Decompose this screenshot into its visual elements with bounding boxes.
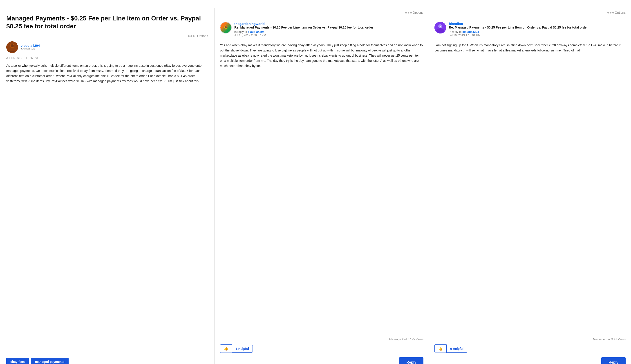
right-in-reply-label: in reply to [449,30,461,34]
dot-2 [190,35,192,37]
avatar [6,41,18,53]
right-avatar: ✿ [434,22,446,34]
mid-in-reply-to-link[interactable]: claudia4204 [248,30,264,34]
right-reply-body: I am not signing up for it. When it's ma… [434,43,625,334]
left-dots [188,35,194,37]
original-post-panel: Managed Payments - $0.25 Fee per Line It… [0,8,214,364]
mid-helpful-row: 👍 1 Helpful [220,344,423,353]
mid-reply-button[interactable]: Reply [399,357,423,364]
right-reply-header: ✿ blondbat Re: Managed Payments - $0.25 … [434,22,625,40]
avatar-icon [6,41,18,53]
thumbs-up-icon: 👍 [438,346,443,351]
svg-point-2 [11,44,14,48]
left-author-row: claudia4204 Adventurer [6,41,208,53]
right-options-label[interactable]: Options [615,11,625,14]
mid-in-reply-to: in reply to claudia4204 [234,30,373,34]
right-dots [607,12,614,14]
right-helpful-row: 👍 0 Helpful [434,344,625,353]
mid-reply-header: 🌻 thegardeningworld Re: Managed Payments… [220,22,423,40]
right-helpful-count[interactable]: 0 Helpful [447,345,467,352]
right-author-name[interactable]: blondbat [449,22,588,26]
in-reply-label: in reply to [234,30,247,34]
right-content: ✿ blondbat Re: Managed Payments - $0.25 … [429,17,631,364]
left-post-date: Jul 15, 2019 1:11:25 PM [6,56,208,60]
mid-options-label[interactable]: Options [413,11,423,14]
dot-2 [610,12,611,14]
main-layout: Managed Payments - $0.25 Fee per Line It… [0,8,631,364]
tag-ebay-fees[interactable]: ebay fees [6,358,29,364]
right-reply-date: Jul 16, 2019 1:10:01 PM [449,34,588,37]
purple-avatar-icon: ✿ [434,22,446,34]
tag-managed-payments[interactable]: managed payments [31,358,69,364]
left-author-role: Adventurer [21,48,40,51]
mid-options-row: Options [214,8,429,17]
mid-content: 🌻 thegardeningworld Re: Managed Payments… [214,17,429,364]
mid-author-name[interactable]: thegardeningworld [234,22,373,26]
dot-1 [607,12,609,14]
left-author-name[interactable]: claudia4204 [21,44,40,48]
reply-2-panel: Options ✿ blondbat Re: Managed Payments … [429,8,631,364]
mid-helpful-button[interactable]: 👍 [220,344,232,353]
left-options-row: Options [6,34,208,38]
left-post-body: As a seller who typically sells multiple… [6,63,208,84]
dot-3 [612,12,614,14]
thumbs-up-icon: 👍 [224,346,228,351]
right-helpful-button[interactable]: 👍 [434,344,447,353]
right-author-info: blondbat Re: Managed Payments - $0.25 Fe… [449,22,588,40]
mid-helpful-count[interactable]: 1 Helpful [232,345,253,352]
right-in-reply-to: in reply to claudia4204 [449,30,588,34]
top-bar [0,0,631,8]
dot-1 [188,35,190,37]
mid-reply-btn-row: Reply [220,357,423,364]
mid-avatar: 🌻 [220,22,232,34]
post-title: Managed Payments - $0.25 Fee per Line It… [6,14,208,30]
dot-1 [405,12,407,14]
mid-reply-body: Yes and when ebay makes it mandatory we … [220,43,423,334]
mid-author-info: thegardeningworld Re: Managed Payments -… [234,22,373,40]
mid-dots [405,12,412,14]
svg-text:✿: ✿ [439,26,441,29]
left-options-label[interactable]: Options [197,34,208,38]
mid-reply-title: Re: Managed Payments - $0.25 Fee per Lin… [234,26,373,29]
right-in-reply-to-link[interactable]: claudia4204 [462,30,479,34]
right-message-stats: Message 3 of 3 41 Views [434,338,625,341]
dot-2 [408,12,409,14]
mid-reply-date: Jul 15, 2019 2:08:37 PM [234,34,373,37]
dot-3 [410,12,412,14]
left-author-info: claudia4204 Adventurer [21,44,40,51]
mid-message-stats: Message 2 of 3 125 Views [220,338,423,341]
garden-avatar-icon: 🌻 [220,22,231,33]
tags-row: ebay fees managed payments [6,358,208,364]
right-reply-button[interactable]: Reply [601,357,625,364]
dot-3 [193,35,194,37]
reply-1-panel: Options 🌻 thegardeningworld Re: Managed … [214,8,429,364]
right-reply-title: Re: Managed Payments - $0.25 Fee per Lin… [449,26,588,29]
right-reply-btn-row: Reply [434,357,625,364]
right-options-row: Options [429,8,631,17]
